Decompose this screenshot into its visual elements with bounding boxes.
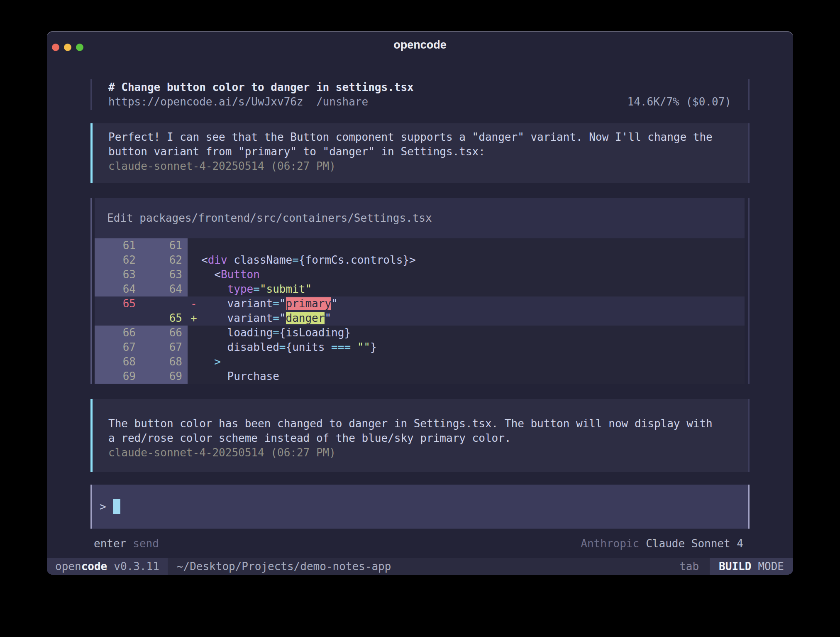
session-subheader: https://opencode.ai/s/UwJxv76z /unshare … bbox=[108, 95, 731, 109]
code-token-plain: } bbox=[370, 341, 377, 353]
diff-new-lineno: 61 bbox=[141, 238, 188, 253]
diff-table: 61616262<div className={formCs.controls}… bbox=[95, 238, 745, 384]
diff-code-line: variant="danger" bbox=[201, 311, 745, 326]
unshare-command[interactable]: /unshare bbox=[316, 96, 368, 108]
diff-row: 6969 Purchase bbox=[95, 369, 745, 384]
share-url[interactable]: https://opencode.ai/s/UwJxv76z bbox=[108, 96, 303, 108]
diff-new-lineno: 67 bbox=[141, 340, 188, 355]
code-token-attr: type bbox=[227, 283, 254, 295]
code-token-plain: variant bbox=[201, 312, 273, 324]
diff-new-lineno: 63 bbox=[141, 267, 188, 282]
edit-file-path: Edit packages/frontend/src/containers/Se… bbox=[95, 198, 745, 238]
diff-sign bbox=[188, 340, 201, 355]
diff-new-lineno: 66 bbox=[141, 326, 188, 340]
diff-sign bbox=[188, 355, 201, 369]
diff-old-lineno: 69 bbox=[95, 369, 141, 384]
session-header: # Change button color to danger in setti… bbox=[90, 79, 750, 110]
assistant-message: Perfect! I can see that the Button compo… bbox=[90, 123, 750, 183]
text-cursor bbox=[113, 499, 120, 514]
model-indicator: AnthropicClaude Sonnet 4 bbox=[581, 537, 743, 551]
app-name-open: open bbox=[55, 560, 81, 573]
code-token-plain: className bbox=[227, 254, 293, 266]
diff-sign bbox=[188, 282, 201, 296]
app-version: v0.3.11 bbox=[114, 560, 159, 573]
mode-suffix: MODE bbox=[758, 560, 784, 573]
message-text-line: button variant from "primary" to "danger… bbox=[108, 145, 735, 159]
diff-old-lineno: 68 bbox=[95, 355, 141, 369]
app-name-code: code bbox=[81, 560, 107, 573]
diff-old-lineno: 63 bbox=[95, 267, 141, 282]
code-token-plain: loading bbox=[201, 326, 273, 339]
diff-code-line: <Button bbox=[201, 267, 745, 282]
diff-row: 65+ variant="danger" bbox=[95, 311, 745, 326]
code-token-plain bbox=[201, 355, 214, 368]
prompt-input[interactable]: > bbox=[90, 485, 750, 529]
code-token-plain bbox=[351, 341, 357, 353]
diff-sign: - bbox=[188, 296, 201, 311]
message-model-timestamp: claude-sonnet-4-20250514 (06:27 PM) bbox=[108, 159, 735, 174]
diff-old-lineno: 62 bbox=[95, 253, 141, 267]
mode-toggle[interactable]: BUILDMODE bbox=[710, 558, 793, 575]
message-text-line: a red/rose color scheme instead of the b… bbox=[108, 431, 735, 446]
share-info: https://opencode.ai/s/UwJxv76z /unshare bbox=[108, 95, 368, 109]
diff-old-lineno: 66 bbox=[95, 326, 141, 340]
code-token-plain: Purchase bbox=[201, 370, 279, 382]
diff-code-line: variant="primary" bbox=[201, 296, 745, 311]
diff-row: 6666 loading={isLoading} bbox=[95, 326, 745, 340]
diff-new-lineno bbox=[141, 296, 188, 311]
code-token-str: "" bbox=[357, 341, 370, 353]
diff-old-lineno bbox=[95, 311, 141, 326]
code-token-plain: " bbox=[331, 297, 338, 310]
edit-tool-block: Edit packages/frontend/src/containers/Se… bbox=[90, 198, 750, 384]
diff-row: 65- variant="primary" bbox=[95, 296, 745, 311]
code-token-plain: {units bbox=[286, 341, 332, 353]
diff-row: 6363 <Button bbox=[95, 267, 745, 282]
diff-sign bbox=[188, 253, 201, 267]
code-token-plain: " bbox=[279, 312, 286, 324]
diff-new-lineno: 69 bbox=[141, 369, 188, 384]
model-label: Claude Sonnet 4 bbox=[646, 537, 743, 550]
help-bar: entersend AnthropicClaude Sonnet 4 bbox=[90, 537, 750, 551]
code-token-op: === bbox=[331, 341, 351, 353]
diff-row: 6464 type="submit" bbox=[95, 282, 745, 296]
diff-old-lineno: 65 bbox=[95, 296, 141, 311]
code-token-op: = bbox=[253, 283, 260, 295]
diff-new-lineno: 64 bbox=[141, 282, 188, 296]
app-version-badge: opencodev0.3.11 bbox=[47, 558, 168, 575]
diff-new-lineno: 62 bbox=[141, 253, 188, 267]
message-model-timestamp: claude-sonnet-4-20250514 (06:27 PM) bbox=[108, 446, 735, 460]
message-text-line: Perfect! I can see that the Button compo… bbox=[108, 130, 735, 145]
code-token-tag: Button bbox=[221, 268, 260, 281]
diff-code-line: Purchase bbox=[201, 369, 745, 384]
code-token-op: = bbox=[273, 326, 279, 339]
action-label: send bbox=[133, 537, 159, 550]
session-title: # Change button color to danger in setti… bbox=[108, 80, 731, 95]
session-content: # Change button color to danger in setti… bbox=[90, 79, 750, 551]
code-token-plain: < bbox=[201, 268, 221, 281]
provider-label: Anthropic bbox=[581, 537, 639, 550]
code-token-str: "submit" bbox=[260, 283, 312, 295]
diff-code-line: disabled={units === ""} bbox=[201, 340, 745, 355]
code-token-added: danger bbox=[286, 312, 325, 324]
diff-code-line: loading={isLoading} bbox=[201, 326, 745, 340]
diff-row: 6767 disabled={units === ""} bbox=[95, 340, 745, 355]
diff-code-line: <div className={formCs.controls}> bbox=[201, 253, 745, 267]
status-bar: opencodev0.3.11 ~/Desktop/Projects/demo-… bbox=[47, 558, 793, 575]
diff-row: 6262<div className={formCs.controls}> bbox=[95, 253, 745, 267]
diff-row: 6161 bbox=[95, 238, 745, 253]
token-usage-stats: 14.6K/7% ($0.07) bbox=[628, 95, 731, 109]
code-token-op: = bbox=[279, 341, 286, 353]
assistant-message: The button color has been changed to dan… bbox=[90, 399, 750, 472]
working-directory: ~/Desktop/Projects/demo-notes-app bbox=[177, 558, 391, 575]
window-titlebar: opencode bbox=[47, 31, 793, 59]
code-token-op: > bbox=[214, 355, 221, 368]
diff-sign bbox=[188, 326, 201, 340]
diff-code-line: > bbox=[201, 355, 745, 369]
code-token-tag: div bbox=[208, 254, 227, 266]
code-token-plain: " bbox=[325, 312, 331, 324]
diff-old-lineno: 64 bbox=[95, 282, 141, 296]
window-title: opencode bbox=[47, 38, 793, 52]
code-token-op: = bbox=[273, 312, 279, 324]
mode-name: BUILD bbox=[719, 560, 751, 573]
status-left: opencodev0.3.11 ~/Desktop/Projects/demo-… bbox=[47, 558, 391, 575]
